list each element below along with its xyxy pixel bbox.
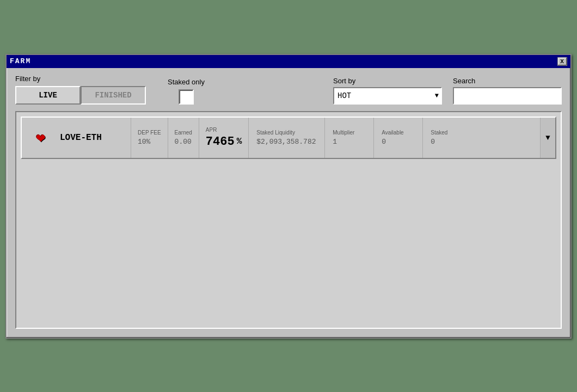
farm-name: LOVE-ETH xyxy=(60,133,131,143)
search-section: Search xyxy=(453,77,562,105)
dep-fee-label: DEP FEE xyxy=(138,130,161,136)
dep-fee-field: DEP FEE 10% xyxy=(131,118,168,158)
earned-field: Earned 0.00 xyxy=(168,118,199,158)
search-label: Search xyxy=(453,77,562,85)
staked-only-section: Staked only xyxy=(168,78,205,105)
staked-liq-value: $2,093,358.782 xyxy=(256,138,317,146)
staked-label: Staked xyxy=(431,130,532,136)
filter-label: Filter by xyxy=(15,75,146,83)
sort-section: Sort by HOT APR EARNED TOTAL STAKED xyxy=(333,77,442,105)
staked-only-label: Staked only xyxy=(168,78,205,86)
available-label: Available xyxy=(382,130,415,136)
staked-liq-field: Staked Liquidity $2,093,358.782 xyxy=(248,118,324,158)
multiplier-value: 1 xyxy=(333,138,366,146)
close-button[interactable]: X xyxy=(557,57,567,66)
farm-list: ❤ LOVE-ETH DEP FEE 10% Earned 0.00 APR 7… xyxy=(15,111,562,329)
tab-finished[interactable]: FINISHED xyxy=(81,86,146,105)
apr-label: APR xyxy=(206,127,242,133)
earned-label: Earned xyxy=(175,130,192,136)
dep-fee-value: 10% xyxy=(138,138,150,146)
controls-row: Filter by LIVE FINISHED Staked only Sort… xyxy=(15,75,562,105)
window-title: FARM xyxy=(10,57,31,65)
available-field: Available 0 xyxy=(373,118,422,158)
staked-value: 0 xyxy=(431,138,532,146)
table-row: ❤ LOVE-ETH DEP FEE 10% Earned 0.00 APR 7… xyxy=(21,117,556,159)
staked-field: Staked 0 xyxy=(422,118,540,158)
staked-only-checkbox[interactable] xyxy=(179,89,194,105)
staked-liq-label: Staked Liquidity xyxy=(256,130,317,136)
farm-icon: ❤ xyxy=(22,128,60,147)
apr-value: 7465 xyxy=(206,135,235,149)
window-body: Filter by LIVE FINISHED Staked only Sort… xyxy=(7,68,570,338)
apr-percent: % xyxy=(237,137,242,146)
available-value: 0 xyxy=(382,138,415,146)
sort-select[interactable]: HOT APR EARNED TOTAL STAKED xyxy=(333,87,442,105)
apr-field: APR 7465 % xyxy=(199,118,248,158)
earned-value: 0.00 xyxy=(175,138,192,146)
title-bar: FARM X xyxy=(7,55,570,68)
expand-button[interactable]: ▼ xyxy=(540,118,555,158)
apr-value-row: 7465 % xyxy=(206,135,242,149)
multiplier-field: Multiplier 1 xyxy=(324,118,373,158)
multiplier-label: Multiplier xyxy=(333,130,366,136)
love-icon: ❤ xyxy=(36,128,46,147)
filter-section: Filter by LIVE FINISHED xyxy=(15,75,146,105)
search-input[interactable] xyxy=(453,87,562,105)
tab-group: LIVE FINISHED xyxy=(15,86,146,105)
expand-arrow-icon: ▼ xyxy=(545,133,550,142)
sort-select-wrapper: HOT APR EARNED TOTAL STAKED xyxy=(333,87,442,105)
sort-label: Sort by xyxy=(333,77,442,85)
farm-window: FARM X Filter by LIVE FINISHED Staked on… xyxy=(5,54,572,339)
tab-live[interactable]: LIVE xyxy=(15,86,81,105)
